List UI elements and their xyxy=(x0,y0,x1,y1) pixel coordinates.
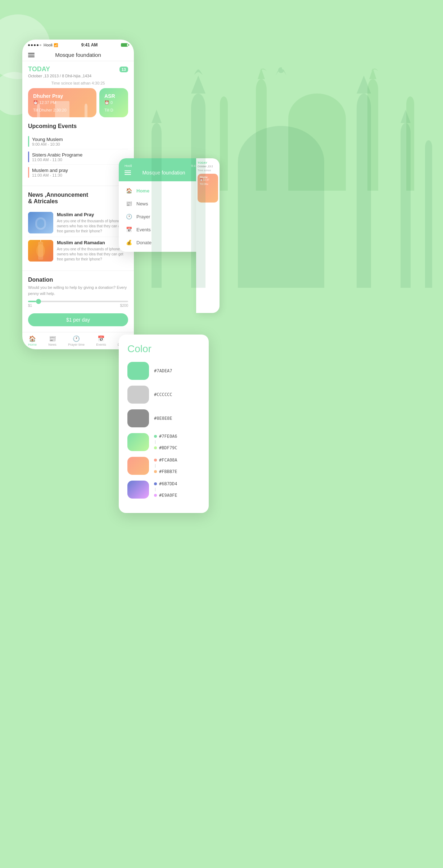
svg-rect-8 xyxy=(406,104,414,191)
svg-point-5 xyxy=(367,79,378,101)
preview-timesince: Time scince xyxy=(198,169,218,172)
donate-button[interactable]: $1 per day xyxy=(28,313,128,326)
svg-point-9 xyxy=(406,96,414,112)
color-dot-6a xyxy=(154,482,157,485)
nav-home[interactable]: 🏠 Home xyxy=(28,335,37,346)
event-details-1: Young Muslem 9:00 AM - 10:30 xyxy=(32,137,63,146)
event-indicator-3 xyxy=(28,167,29,178)
event-item-1[interactable]: Young Muslem 9:00 AM - 10:30 xyxy=(28,134,128,149)
menu-donate-label: Donate xyxy=(136,240,152,245)
event-item-2[interactable]: Sisters Arabic Programe 11:00 AM - 11:30 xyxy=(28,149,128,165)
phone-left: Hooli 📶 9:41 AM Mosque foundation TODAY … xyxy=(22,40,134,349)
event-item-3[interactable]: Muslem and pray 11:00 AM - 11:30 xyxy=(28,165,128,180)
news-content-2: Muslim and Ramadan Are you one of the th… xyxy=(57,240,128,262)
color-panel-title: Color xyxy=(127,343,200,355)
menu-events-icon: 📅 xyxy=(126,227,132,232)
nav-home-label: Home xyxy=(28,343,37,346)
color-row-1: #7ADEA7 xyxy=(127,362,200,380)
battery-icon xyxy=(121,43,128,47)
menu-nav-news[interactable]: 📰 News xyxy=(119,197,209,210)
svg-rect-2 xyxy=(256,90,267,191)
menu-nav-items: 🏠 Home 📰 News 🕐 Prayer 📅 Events 💰 Donate xyxy=(119,181,209,252)
nav-events-label: Events xyxy=(96,343,106,346)
app-title: Mosque foundation xyxy=(35,52,122,58)
svg-point-3 xyxy=(256,79,267,101)
menu-events-label: Events xyxy=(136,227,151,232)
color-row-3: #8E8E8E xyxy=(127,409,200,427)
asr-card[interactable]: ASR ⏰ 0 Till D xyxy=(99,88,128,117)
menu-news-icon: 📰 xyxy=(126,201,132,206)
preview-dhuhr-time: ⏰12:37 xyxy=(200,178,216,181)
color-labels-5: #FCA08A #FBBB7E xyxy=(154,458,177,474)
connector-6 xyxy=(155,488,155,491)
news-item-1[interactable]: Muslim and Pray Are you one of the thous… xyxy=(28,209,128,237)
news-content-1: Muslim and Pray Are you one of the thous… xyxy=(57,212,128,234)
nav-news-label: News xyxy=(48,343,56,346)
asr-name: ASR xyxy=(104,93,123,99)
color-swatch-4 xyxy=(127,433,149,451)
color-label-5b: #FBBB7E xyxy=(159,469,177,474)
menu-nav-donate[interactable]: 💰 Donate xyxy=(119,236,209,249)
svg-point-7 xyxy=(220,96,228,112)
menu-nav-home[interactable]: 🏠 Home xyxy=(119,184,209,197)
dhuhr-name: Dhuher Pray xyxy=(33,93,91,99)
svg-point-32 xyxy=(152,123,162,143)
menu-donate-icon: 💰 xyxy=(126,240,132,245)
color-row-5: #FCA08A #FBBB7E xyxy=(127,457,200,475)
color-label-5a: #FCA08A xyxy=(159,458,177,463)
color-panel: Color #7ADEA7 #CCCCCC #8E8E8E #7FE0A6 #B… xyxy=(119,335,209,513)
menu-header: Hooli 9:41 AM Mosque foundation xyxy=(119,158,209,181)
event-details-3: Muslem and pray 11:00 AM - 11:30 xyxy=(32,168,68,177)
menu-nav-prayer[interactable]: 🕐 Prayer xyxy=(119,210,209,223)
phone-menu: Hooli 9:41 AM Mosque foundation 🏠 Home 📰… xyxy=(119,158,209,252)
prayer-nav-icon: 🕐 xyxy=(73,335,80,342)
slider-max: $200 xyxy=(120,304,128,308)
slider-thumb[interactable] xyxy=(36,299,41,304)
color-row-2: #CCCCCC xyxy=(127,386,200,404)
menu-title: Mosque foundation xyxy=(131,170,196,176)
menu-news-label: News xyxy=(136,201,148,206)
dhuhr-card[interactable]: Dhuher Pray ⏰ 12:37 PM Till Dhuher 2:30:… xyxy=(28,88,96,117)
color-dot-6b xyxy=(154,494,157,497)
news-thumb-2 xyxy=(28,240,53,262)
home-icon: 🏠 xyxy=(29,335,36,342)
svg-point-21 xyxy=(36,244,45,257)
color-label-1: #7ADEA7 xyxy=(154,368,172,373)
connector-5 xyxy=(155,464,155,468)
menu-prayer-icon: 🕐 xyxy=(126,214,132,219)
svg-marker-33 xyxy=(152,110,162,123)
nav-events[interactable]: 📅 Events xyxy=(96,335,106,346)
menu-carrier: Hooli xyxy=(125,164,132,168)
upcoming-events-title: Upcoming Events xyxy=(28,123,128,129)
hamburger-menu[interactable] xyxy=(28,53,35,57)
menu-prayer-label: Prayer xyxy=(136,214,150,219)
news-item-2[interactable]: Muslim and Ramadan Are you one of the th… xyxy=(28,237,128,265)
menu-nav-events[interactable]: 📅 Events xyxy=(119,223,209,236)
color-label-2: #CCCCCC xyxy=(154,392,172,397)
prayer-section: TODAY 13 October ,13 2013 / 8 Dhil-hijia… xyxy=(22,61,134,117)
today-label: TODAY 13 xyxy=(28,65,128,73)
events-nav-icon: 📅 xyxy=(98,335,105,342)
nav-news[interactable]: 📰 News xyxy=(48,335,56,346)
carrier-signals: Hooli 📶 xyxy=(28,43,58,47)
slider-track xyxy=(28,301,128,302)
event-details-2: Sisters Arabic Programe 11:00 AM - 11:30 xyxy=(32,152,82,162)
svg-rect-6 xyxy=(220,104,228,191)
color-dot-4a xyxy=(154,435,157,438)
bottom-nav: 🏠 Home 📰 News 🕐 Prayer time 📅 Events 💰 D… xyxy=(22,332,134,349)
status-time: 9:41 AM xyxy=(81,42,98,47)
asr-till: Till D xyxy=(104,108,123,112)
svg-point-15 xyxy=(85,104,87,109)
color-row-6: #6B7DD4 #E9A0FE xyxy=(127,481,200,499)
color-label-6a: #6B7DD4 xyxy=(159,481,177,486)
news-section: News ,Announcement & Atricales xyxy=(22,186,134,271)
nav-prayer[interactable]: 🕐 Prayer time xyxy=(68,335,85,346)
donation-slider[interactable]: $1 $200 xyxy=(28,301,128,308)
color-dot-4b xyxy=(154,446,157,449)
color-label-3: #8E8E8E xyxy=(154,416,172,421)
svg-rect-4 xyxy=(367,90,378,191)
menu-hamburger[interactable] xyxy=(125,171,131,175)
carrier-name: Hooli xyxy=(44,43,53,47)
news-thumb-1 xyxy=(28,212,53,233)
preview-dhuhr-name: Dhuhe xyxy=(200,176,216,178)
